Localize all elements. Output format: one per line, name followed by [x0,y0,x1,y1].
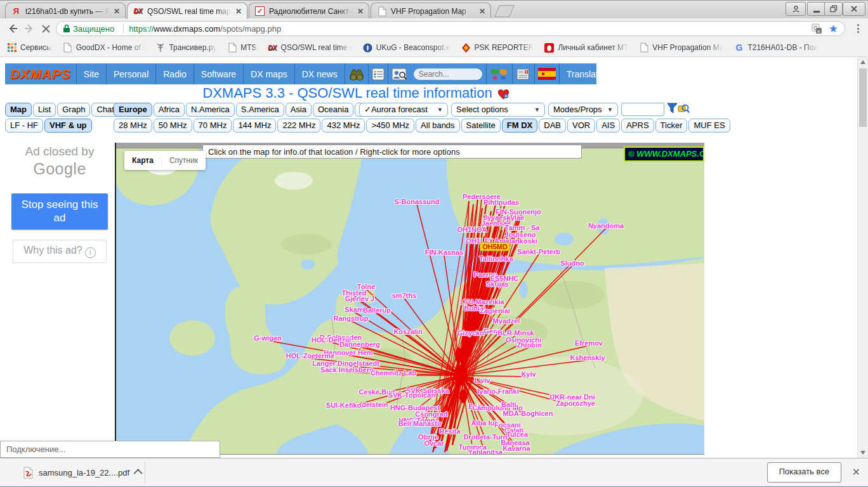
bookmark-item[interactable]: GT216HA01-DB - Пои [733,42,818,53]
band-432-mhz[interactable]: 432 MHz [322,119,365,133]
band-fm-dx[interactable]: FM DX [502,119,537,133]
band-144-mhz[interactable]: 144 MHz [233,119,276,133]
nav-item-dx-maps[interactable]: DX maps [243,63,294,84]
station-label[interactable]: Zhlobin [516,341,542,349]
scrollbar-thumb[interactable] [859,68,867,127]
band-ticker[interactable]: Ticker [655,119,688,133]
bookmark-star-icon[interactable]: ★ [829,23,838,34]
bookmark-item[interactable]: Сервисы [6,42,52,53]
spanish-language-button[interactable] [534,63,559,84]
nav-item-site[interactable]: Site [76,63,106,84]
station-label[interactable]: Dannenberg [339,341,380,348]
nav-item-software[interactable]: Software [194,63,243,84]
scroll-up-arrow[interactable] [858,57,868,67]
station-label[interactable]: Ovcar [424,439,444,447]
downloaded-file-chip[interactable]: samsung_la-19_22....pdf [23,463,142,482]
station-label[interactable]: Sludno [560,259,584,267]
station-label[interactable]: Kyiv [521,370,536,378]
station-label[interactable]: Gjerlev J [345,295,374,302]
tab-close-button[interactable]: ✕ [114,7,120,16]
heart-icon[interactable] [497,87,510,103]
station-label[interactable]: Kavarna [503,445,530,452]
stop-seeing-ad-button[interactable]: Stop seeing this ad [11,193,108,230]
band-aprs[interactable]: APRS [621,119,654,133]
station-label[interactable]: Sack Inselsberg [320,366,374,373]
region-tab-n-america[interactable]: N.America [186,103,235,117]
spot-list-button[interactable] [368,63,388,84]
profile-button[interactable] [786,2,806,16]
translate-menu-item[interactable]: Translate [559,63,596,84]
dropdown-select-options[interactable]: Select options▼ [451,103,545,117]
station-label[interactable]: Myadzel [493,317,520,325]
band-all-bands[interactable]: All bands [416,119,459,133]
station-label[interactable]: OH5MD [480,242,510,251]
bookmark-item[interactable]: PSK REPORTER [461,42,534,53]
station-label[interactable]: Kshenskiy [570,354,605,361]
forward-button[interactable] [22,21,37,36]
station-label[interactable]: OH1NOA [457,226,487,233]
dx-search-button[interactable] [345,63,368,84]
band-range-vhf-up[interactable]: VHF & up [44,119,92,133]
bookmark-item[interactable]: Трансивер.ру [155,42,216,53]
close-downloads-bar-button[interactable]: ✕ [852,466,860,478]
station-label[interactable]: G-wigan [254,334,281,342]
why-this-ad-button[interactable]: Why this ad?i [13,240,107,263]
chrome-menu-button[interactable] [853,23,863,34]
band-muf-es[interactable]: MUF ES [688,119,730,133]
nav-item-dx-news[interactable]: DX news [294,63,345,84]
close-window-button[interactable] [843,2,865,16]
region-tab-asia[interactable]: Asia [286,103,312,117]
new-tab-button[interactable] [494,5,515,17]
station-label[interactable]: Beli Manastir [398,420,442,427]
search-spots-icon[interactable] [678,105,690,114]
world-maps-button[interactable] [486,63,512,84]
translate-icon[interactable]: Gя [812,23,822,34]
band-50-mhz[interactable]: 50 MHz [154,119,192,133]
station-label[interactable]: Tallinnhka [479,255,513,263]
station-label[interactable]: Sankt-Peterb [517,248,560,256]
station-label[interactable]: FIN-Kasnas [425,249,464,256]
station-label[interactable]: Skujas [486,280,508,288]
station-label[interactable]: sm7ths [392,292,417,299]
back-button[interactable] [5,21,20,36]
region-tab-africa[interactable]: Africa [154,103,185,117]
station-label[interactable]: Zaporozhye [556,399,595,407]
chevron-up-icon[interactable] [134,469,143,477]
tab-close-button[interactable]: ✕ [479,7,485,16]
callsign-search-button[interactable] [388,63,410,84]
band-ais[interactable]: AIS [596,119,620,133]
bookmark-item[interactable]: MTS [227,42,256,53]
dx-news-button[interactable] [512,63,534,84]
station-label[interactable]: SVK-Topolcan [388,391,435,399]
bookmark-item[interactable]: DXQSO/SWL real time r [267,42,352,53]
station-label[interactable]: Ivano-Franki [477,387,518,395]
filter-funnel-icon[interactable] [667,105,678,114]
region-tab-oceania[interactable]: Oceania [313,103,353,117]
band--450-mhz[interactable]: >450 MHz [366,119,414,133]
station-label[interactable]: Balti [501,401,516,408]
map-type-map-button[interactable]: Карта [124,156,161,165]
bookmark-item[interactable]: VHF Propagation Ma [638,42,723,53]
band-222-mhz[interactable]: 222 MHz [277,119,320,133]
page-scrollbar[interactable] [857,57,868,458]
stop-button[interactable] [38,21,53,36]
bookmark-item[interactable]: UKuG - Beaconspot.e [362,42,450,53]
band-satellite[interactable]: Satellite [461,119,501,133]
nav-item-radio[interactable]: Radio [155,63,194,84]
station-label[interactable]: Pihtipudas [483,198,519,206]
region-tab-europe[interactable]: Europe [114,103,152,117]
band-vor[interactable]: VOR [567,119,595,133]
browser-tab[interactable]: VHF Propagation Map✕ [371,3,491,19]
browser-tab[interactable]: ✓Радиолюбители Санкт-П✕ [249,3,369,19]
station-label[interactable]: Tulcea [506,431,528,438]
map-filter-input[interactable] [621,103,664,116]
station-label[interactable]: Resita [439,427,460,435]
dropdown--aurora-forecast[interactable]: ✓Aurora forecast▼ [359,103,448,117]
station-label[interactable]: Skam [345,306,363,313]
station-label[interactable]: MDA-Boghicen [503,410,553,417]
region-tab-s-america[interactable]: S.America [236,103,284,117]
station-label[interactable]: Nyandoma [588,222,624,230]
dropdown-modes-props[interactable]: Modes/Props▼ [548,103,618,117]
station-label[interactable]: S-Bonassund [395,198,440,205]
station-label[interactable]: delstein [362,401,388,408]
